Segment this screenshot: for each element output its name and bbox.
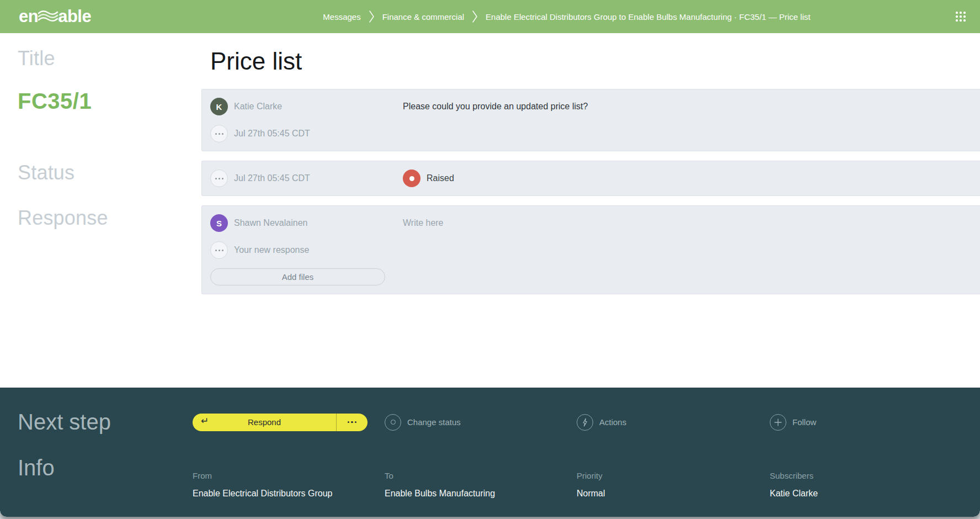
responder-name: Shawn Nevalainen bbox=[234, 218, 307, 228]
status-meta-row: Jul 27th 05:45 CDT bbox=[210, 170, 403, 187]
breadcrumb-messages[interactable]: Messages bbox=[323, 12, 360, 22]
message-timestamp: Jul 27th 05:45 CDT bbox=[234, 129, 310, 139]
app-window: en able Messages Finance & commercial En… bbox=[0, 0, 980, 517]
chevron-right-icon bbox=[369, 10, 374, 23]
sidebar-title-label: Title bbox=[18, 47, 201, 70]
content-area: Price list K Katie Clarke Please could y… bbox=[201, 33, 980, 388]
response-input[interactable]: Write here bbox=[403, 218, 972, 228]
message-meta-row: Jul 27th 05:45 CDT bbox=[210, 125, 403, 142]
author-name: Katie Clarke bbox=[234, 102, 282, 112]
apps-grid-button[interactable] bbox=[933, 12, 966, 22]
raised-status-icon bbox=[403, 170, 420, 187]
actions-button[interactable]: Actions bbox=[577, 414, 770, 431]
change-status-button[interactable]: Change status bbox=[385, 414, 577, 431]
info-subscribers-value: Katie Clarke bbox=[770, 489, 980, 499]
more-options-icon[interactable] bbox=[210, 170, 228, 187]
enable-logo[interactable]: en able bbox=[19, 6, 201, 27]
info-row: Info From Enable Electrical Distributors… bbox=[0, 456, 980, 499]
breadcrumb-current: Enable Electrical Distributors Group to … bbox=[486, 12, 811, 22]
info-from-label: From bbox=[193, 471, 385, 480]
new-response-label: Your new response bbox=[234, 245, 309, 255]
respond-more-button[interactable] bbox=[337, 414, 368, 431]
logo-wave-icon bbox=[37, 7, 59, 27]
info-to-label: To bbox=[385, 471, 577, 480]
sidebar-reference: FC35/1 bbox=[18, 89, 201, 114]
chevron-right-icon bbox=[472, 10, 477, 23]
info-from: From Enable Electrical Distributors Grou… bbox=[193, 456, 385, 499]
action-panel: Next step ↵ Respond Change status bbox=[0, 388, 980, 517]
sidebar: Title FC35/1 Status Response bbox=[0, 33, 201, 388]
status-label: Raised bbox=[427, 173, 454, 183]
info-label: Info bbox=[18, 456, 55, 480]
sidebar-status-label: Status bbox=[18, 161, 201, 184]
status-badge: Raised bbox=[403, 170, 972, 187]
plus-icon bbox=[770, 414, 786, 431]
info-to-value: Enable Bulbs Manufacturing bbox=[385, 489, 577, 499]
top-bar: en able Messages Finance & commercial En… bbox=[0, 0, 980, 33]
actions-label: Actions bbox=[599, 417, 626, 427]
avatar: S bbox=[210, 214, 228, 232]
response-author-row: S Shawn Nevalainen bbox=[210, 214, 403, 232]
follow-label: Follow bbox=[792, 417, 816, 427]
page-title: Price list bbox=[210, 47, 980, 76]
sidebar-response-label: Response bbox=[18, 206, 201, 230]
more-options-icon[interactable] bbox=[210, 125, 228, 142]
info-subscribers-label: Subscribers bbox=[770, 471, 980, 480]
status-timestamp: Jul 27th 05:45 CDT bbox=[234, 173, 310, 183]
info-priority: Priority Normal bbox=[577, 456, 770, 499]
next-step-row: Next step ↵ Respond Change status bbox=[0, 410, 980, 435]
main-area: Title FC35/1 Status Response Price list … bbox=[0, 33, 980, 388]
return-arrow-icon: ↵ bbox=[201, 416, 209, 426]
grid-icon bbox=[956, 12, 966, 22]
response-card: S Shawn Nevalainen Write here Your new r… bbox=[201, 205, 980, 294]
message-card: K Katie Clarke Please could you provide … bbox=[201, 89, 980, 151]
lightning-icon bbox=[577, 414, 593, 431]
logo-text-left: en bbox=[19, 7, 38, 27]
info-from-value: Enable Electrical Distributors Group bbox=[193, 489, 385, 499]
message-text: Please could you provide an updated pric… bbox=[403, 102, 972, 112]
add-files-button[interactable]: Add files bbox=[210, 268, 385, 285]
logo-text-right: able bbox=[58, 7, 91, 27]
respond-split-button: ↵ Respond bbox=[193, 414, 368, 431]
change-status-label: Change status bbox=[407, 417, 461, 427]
info-priority-value: Normal bbox=[577, 489, 770, 499]
respond-button[interactable]: ↵ Respond bbox=[193, 414, 336, 431]
info-to: To Enable Bulbs Manufacturing bbox=[385, 456, 577, 499]
next-step-label: Next step bbox=[18, 410, 111, 434]
info-priority-label: Priority bbox=[577, 471, 770, 480]
respond-label: Respond bbox=[248, 417, 281, 427]
more-options-icon[interactable] bbox=[210, 241, 228, 259]
status-event-card: Jul 27th 05:45 CDT Raised bbox=[201, 161, 980, 196]
response-meta-row: Your new response bbox=[210, 241, 403, 259]
avatar: K bbox=[210, 98, 228, 115]
breadcrumb: Messages Finance & commercial Enable Ele… bbox=[201, 10, 933, 23]
breadcrumb-category[interactable]: Finance & commercial bbox=[382, 12, 464, 22]
follow-button[interactable]: Follow bbox=[770, 414, 980, 431]
change-status-icon bbox=[385, 414, 401, 431]
message-author-row: K Katie Clarke bbox=[210, 98, 403, 115]
info-subscribers: Subscribers Katie Clarke bbox=[770, 456, 980, 499]
